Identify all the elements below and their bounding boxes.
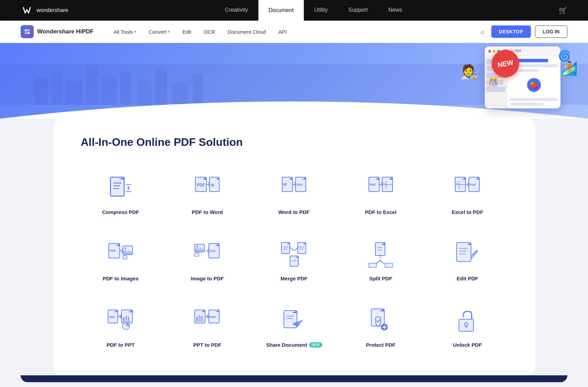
protect-pdf-svg — [367, 307, 395, 335]
ppt-to-pdf-label: PPT to PDF — [193, 342, 222, 348]
preview-sidebar-item — [486, 86, 505, 92]
tool-share-document[interactable]: Share Document NEW — [254, 299, 334, 355]
preview-minimize-dot — [493, 50, 495, 53]
svg-rect-42 — [123, 256, 127, 259]
share-document-svg — [280, 307, 308, 335]
unlock-pdf-label: Unlock PDF — [453, 342, 482, 348]
hero-spiral-icon: 🌀 — [558, 50, 571, 62]
tool-compress-pdf[interactable]: Compress PDF — [81, 166, 161, 222]
svg-text:PDF: PDF — [370, 183, 376, 186]
nav-creativity[interactable]: Creativity — [215, 0, 258, 21]
preview-main-row — [510, 103, 543, 106]
tool-edit-pdf[interactable]: Edit PDF — [428, 232, 507, 288]
merge-pdf-label: Merge PDF — [280, 276, 307, 281]
merge-pdf-icon — [279, 239, 310, 270]
ppt-to-pdf-svg: PDF — [194, 307, 221, 335]
excel-to-pdf-label: Excel to PDF — [452, 209, 483, 215]
hipdf-logo-icon — [21, 25, 34, 38]
tool-image-to-pdf[interactable]: PDF Image to PDF — [168, 232, 247, 288]
svg-text:X: X — [456, 182, 458, 185]
tools-grid: Compress PDF PDF W — [81, 166, 507, 355]
subnav-all-tools[interactable]: All Tools ▾ — [107, 21, 142, 43]
sub-nav-right: ⌕ DESKTOP LOG IN — [478, 25, 567, 38]
tool-pdf-to-word[interactable]: PDF W PDF to Word — [168, 166, 247, 222]
compress-pdf-label: Compress PDF — [102, 209, 139, 215]
word-to-pdf-svg: W PDF — [280, 174, 308, 202]
main-content: All-In-One Online PDF Solution — [0, 119, 588, 387]
desktop-button[interactable]: DESKTOP — [491, 25, 531, 38]
tool-pdf-to-ppt[interactable]: PDF — [81, 299, 161, 355]
subnav-edit[interactable]: Edit — [176, 21, 197, 43]
pdf-to-excel-label: PDF to Excel — [365, 209, 397, 215]
tool-merge-pdf[interactable]: Merge PDF — [254, 232, 334, 288]
edit-pdf-icon — [452, 239, 483, 270]
share-document-icon — [279, 305, 310, 336]
svg-text:PDF: PDF — [297, 183, 303, 186]
tool-split-pdf[interactable]: Split PDF — [341, 232, 421, 288]
subnav-api[interactable]: API — [272, 21, 293, 43]
subnav-ocr[interactable]: OCR — [197, 21, 221, 43]
nav-utility[interactable]: Utility — [304, 0, 338, 21]
svg-text:PDF: PDF — [110, 249, 116, 252]
pdf-to-word-label: PDF to Word — [192, 209, 223, 215]
login-button[interactable]: LOG IN — [535, 25, 567, 38]
share-new-badge: NEW — [309, 342, 322, 347]
image-to-pdf-label: Image to PDF — [191, 276, 224, 281]
search-icon[interactable]: ⌕ — [478, 25, 487, 38]
image-to-pdf-icon: PDF — [192, 239, 223, 270]
subnav-convert[interactable]: Convert ▾ — [142, 21, 177, 43]
split-pdf-icon — [365, 239, 396, 270]
compress-pdf-icon — [105, 173, 136, 204]
edit-pdf-svg — [454, 241, 481, 268]
protect-pdf-label: Protect PDF — [366, 342, 396, 348]
split-pdf-label: Split PDF — [369, 276, 392, 281]
tool-pdf-to-images[interactable]: PDF PDF to Images — [81, 232, 161, 288]
nav-support[interactable]: Support — [338, 0, 378, 21]
section-title: All-In-One Online PDF Solution — [81, 136, 507, 149]
tool-word-to-pdf[interactable]: W PDF Word to PDF — [254, 166, 334, 222]
top-nav-right: 🛒 — [559, 6, 567, 14]
tool-pdf-to-excel[interactable]: PDF X PDF to Excel — [341, 166, 421, 222]
tool-ppt-to-pdf[interactable]: PDF PPT to PDF — [168, 299, 247, 355]
hero-character-right: 🏄 — [560, 60, 578, 76]
image-to-pdf-svg: PDF — [194, 241, 221, 268]
ws-logo-icon — [21, 4, 33, 17]
svg-text:PDF: PDF — [197, 183, 205, 187]
preview-strawberry-icon: 🍓 — [527, 78, 541, 92]
svg-rect-70 — [123, 318, 125, 321]
subnav-document-cloud[interactable]: Document Cloud — [221, 21, 272, 43]
hipdf-brand-logo[interactable]: Wondershare HiPDF — [21, 25, 94, 38]
wondershare-logo[interactable]: wondershare — [21, 4, 68, 17]
svg-rect-71 — [125, 316, 127, 321]
merge-pdf-svg — [280, 241, 308, 268]
pdf-to-images-svg: PDF — [107, 241, 135, 268]
svg-rect-60 — [369, 263, 376, 267]
tool-excel-to-pdf[interactable]: X PDF Excel to PDF — [428, 166, 507, 222]
preview-close-dot — [488, 50, 491, 53]
nav-document[interactable]: Document — [258, 0, 304, 21]
preview-main-row — [510, 98, 558, 101]
bottom-accent-bar — [21, 375, 567, 382]
compress-pdf-svg — [107, 174, 135, 202]
pdf-to-images-icon: PDF — [105, 239, 136, 270]
pdf-to-word-icon: PDF W — [192, 173, 223, 204]
edit-pdf-label: Edit PDF — [457, 276, 478, 281]
hipdf-icon-svg — [23, 28, 31, 35]
cart-icon[interactable]: 🛒 — [559, 6, 567, 14]
excel-to-pdf-svg: X PDF — [454, 174, 481, 202]
svg-rect-76 — [196, 317, 198, 320]
tool-protect-pdf[interactable]: Protect PDF — [341, 299, 421, 355]
protect-pdf-icon — [365, 305, 396, 336]
svg-rect-62 — [457, 243, 471, 261]
svg-point-41 — [124, 247, 126, 249]
svg-rect-77 — [199, 315, 200, 320]
excel-to-pdf-icon: X PDF — [452, 173, 483, 204]
nav-news[interactable]: News — [378, 0, 413, 21]
svg-rect-61 — [385, 263, 393, 267]
svg-text:W: W — [283, 182, 287, 186]
brand-name: Wondershare HiPDF — [37, 28, 94, 35]
tools-card: All-In-One Online PDF Solution — [53, 119, 535, 375]
tool-unlock-pdf[interactable]: Unlock PDF — [428, 299, 507, 355]
sub-nav: Wondershare HiPDF All Tools ▾ Convert ▾ … — [0, 21, 588, 43]
svg-rect-78 — [201, 316, 203, 320]
